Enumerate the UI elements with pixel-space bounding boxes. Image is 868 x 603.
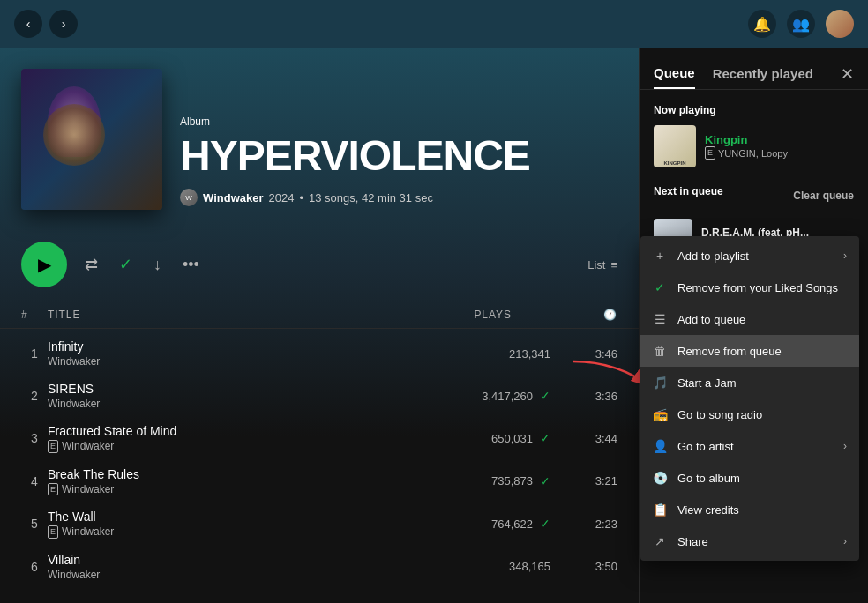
track-title: Villain <box>48 553 459 567</box>
track-duration: 3:36 <box>565 390 617 403</box>
context-menu-item-start-jam[interactable]: 🎵 Start a Jam <box>640 367 859 398</box>
ctx-label-song-radio: Go to song radio <box>677 408 762 421</box>
liked-button[interactable]: ✓ <box>116 251 136 278</box>
track-number: 3 <box>21 431 48 445</box>
track-plays: 213,341 <box>459 347 565 361</box>
track-info: Break The Rules E Windwaker <box>48 467 459 496</box>
context-menu-item-add-queue[interactable]: ☰ Add to queue <box>640 303 859 335</box>
controls-bar: ▶ ⇄ ✓ ↓ ••• List ≡ <box>0 227 639 302</box>
track-info: Infinity Windwaker <box>48 339 459 368</box>
context-menu-item-remove-queue[interactable]: 🗑 Remove from queue <box>640 335 859 367</box>
now-playing-artist: E YUNGIN, Loopy <box>705 146 854 160</box>
liked-icon: ✓ <box>540 474 550 488</box>
ctx-icon-view-credits: 📋 <box>653 502 667 517</box>
context-menu-item-add-playlist[interactable]: + Add to playlist › <box>640 240 859 272</box>
left-content: Album HYPERVIOLENCE W Windwaker 2024 • 1… <box>0 48 639 603</box>
ctx-label-view-credits: View credits <box>677 503 739 517</box>
ctx-icon-start-jam: 🎵 <box>653 376 667 390</box>
context-menu-item-remove-liked[interactable]: ✓ Remove from your Liked Songs <box>640 272 859 303</box>
track-artist: Windwaker <box>48 398 459 410</box>
ctx-arrow: › <box>843 440 847 452</box>
context-menu-item-share[interactable]: ↗ Share › <box>640 525 859 557</box>
ctx-label-remove-liked: Remove from your Liked Songs <box>677 281 838 294</box>
back-button[interactable]: ‹ <box>14 10 42 38</box>
track-title: Fractured State of Mind <box>48 424 459 438</box>
nav-arrows: ‹ › <box>14 10 78 38</box>
col-title: Title <box>48 309 459 321</box>
track-duration: 3:21 <box>565 474 617 488</box>
context-menu-item-go-artist[interactable]: 👤 Go to artist › <box>640 430 859 462</box>
track-title: SIRENS <box>48 382 459 396</box>
notification-button[interactable]: 🔔 <box>748 10 776 38</box>
ctx-icon-go-album: 💿 <box>653 471 667 485</box>
clear-queue-button[interactable]: Clear queue <box>793 190 854 202</box>
liked-icon: ✓ <box>540 389 550 403</box>
avatar[interactable] <box>826 10 854 38</box>
track-row[interactable]: 1 Infinity Windwaker 213,341 3:46 <box>0 332 639 375</box>
album-artist[interactable]: Windwaker <box>203 191 264 205</box>
artist-icon: W <box>180 189 198 206</box>
track-title: Break The Rules <box>48 467 459 481</box>
tab-queue[interactable]: Queue <box>654 58 695 89</box>
play-button[interactable]: ▶ <box>21 242 67 287</box>
context-menu-item-song-radio[interactable]: 📻 Go to song radio <box>640 398 859 430</box>
ctx-icon-share: ↗ <box>653 534 667 548</box>
top-bar: ‹ › 🔔 👥 <box>0 0 868 48</box>
track-duration: 3:50 <box>565 560 617 573</box>
shuffle-button[interactable]: ⇄ <box>81 251 101 278</box>
next-queue-label: Next in queue <box>654 185 723 197</box>
liked-icon: ✓ <box>540 431 550 445</box>
tab-recently-played[interactable]: Recently played <box>713 59 813 88</box>
ctx-label-go-album: Go to album <box>677 472 740 485</box>
list-view-button[interactable]: List ≡ <box>587 258 617 272</box>
context-menu-item-go-album[interactable]: 💿 Go to album <box>640 462 859 494</box>
liked-icon: ✓ <box>540 517 550 531</box>
track-info: Villain Windwaker <box>48 553 459 581</box>
track-number: 6 <box>21 560 48 574</box>
track-plays: 348,165 <box>459 560 565 573</box>
queue-close-button[interactable]: ✕ <box>841 64 854 84</box>
ctx-label-go-artist: Go to artist <box>677 440 734 453</box>
album-meta: W Windwaker 2024 • 13 songs, 42 min 31 s… <box>180 189 530 206</box>
ctx-arrow: › <box>843 535 847 547</box>
track-artist: E Windwaker <box>48 525 459 539</box>
users-button[interactable]: 👥 <box>787 10 815 38</box>
track-artist: E Windwaker <box>48 440 459 453</box>
track-number: 4 <box>21 474 48 488</box>
now-playing-label: Now playing <box>654 104 854 116</box>
track-row[interactable]: 6 Villain Windwaker 348,165 3:50 <box>0 546 639 588</box>
ctx-icon-remove-queue: 🗑 <box>653 344 667 358</box>
album-info: Album HYPERVIOLENCE W Windwaker 2024 • 1… <box>180 115 530 210</box>
track-plays: 650,031 ✓ <box>459 431 565 445</box>
album-art <box>21 69 162 210</box>
track-info: SIRENS Windwaker <box>48 382 459 410</box>
track-row[interactable]: 2 SIRENS Windwaker 3,417,260 ✓ 3:36 <box>0 375 639 417</box>
track-info: Fractured State of Mind E Windwaker <box>48 424 459 453</box>
context-menu: + Add to playlist › ✓ Remove from your L… <box>640 236 859 561</box>
next-queue-header: Next in queue Clear queue <box>654 185 854 206</box>
album-type-label: Album <box>180 115 530 128</box>
context-menu-item-view-credits[interactable]: 📋 View credits <box>640 494 859 525</box>
track-title: The Wall <box>48 510 459 524</box>
ctx-arrow: › <box>843 249 847 262</box>
album-title: HYPERVIOLENCE <box>180 133 530 180</box>
ctx-label-add-queue: Add to queue <box>677 313 745 326</box>
download-button[interactable]: ↓ <box>150 252 165 278</box>
track-number: 5 <box>21 517 48 531</box>
ctx-icon-song-radio: 📻 <box>653 407 667 421</box>
track-row[interactable]: 4 Break The Rules E Windwaker 735,873 ✓ … <box>0 460 639 503</box>
track-list: 1 Infinity Windwaker 213,341 3:46 2 SIRE… <box>0 332 639 588</box>
more-button[interactable]: ••• <box>179 252 203 278</box>
ctx-icon-remove-liked: ✓ <box>653 280 667 294</box>
forward-button[interactable]: › <box>49 10 78 38</box>
track-plays: 3,417,260 ✓ <box>459 389 565 403</box>
track-row[interactable]: 3 Fractured State of Mind E Windwaker 65… <box>0 417 639 460</box>
track-number: 1 <box>21 346 48 361</box>
now-playing-item[interactable]: Kingpin E YUNGIN, Loopy <box>654 125 854 168</box>
now-playing-title: Kingpin <box>705 133 854 146</box>
now-playing-info: Kingpin E YUNGIN, Loopy <box>705 133 854 160</box>
track-duration: 3:46 <box>565 347 617 361</box>
track-row[interactable]: 5 The Wall E Windwaker 764,622 ✓ 2:23 <box>0 502 639 546</box>
track-plays: 735,873 ✓ <box>459 474 565 488</box>
track-duration: 3:44 <box>565 432 617 445</box>
